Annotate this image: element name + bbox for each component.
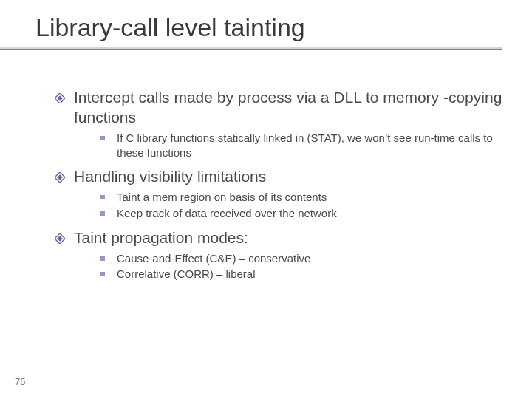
slide: Library-call level tainting Intercept ca… (0, 0, 532, 399)
list-item-text: Correlative (CORR) – liberal (117, 267, 502, 282)
list-item: If C library functions statically linked… (100, 131, 502, 160)
list-item-text: If C library functions statically linked… (117, 131, 502, 160)
sub-list: If C library functions statically linked… (100, 131, 502, 160)
list-item-text: Cause-and-Effect (C&E) – conservative (117, 251, 502, 266)
list-item: Intercept calls made by process via a DL… (55, 88, 502, 128)
square-bullet-icon (100, 136, 105, 140)
title-region: Library-call level tainting (0, 0, 532, 48)
list-item: Taint a mem region on basis of its conte… (100, 190, 502, 205)
list-item-text: Keep track of data received over the net… (117, 206, 502, 221)
diamond-bullet-icon (55, 172, 65, 183)
slide-content: Intercept calls made by process via a DL… (0, 48, 532, 282)
list-item-text: Taint a mem region on basis of its conte… (117, 190, 502, 205)
list-item: Cause-and-Effect (C&E) – conservative (100, 251, 502, 266)
list-item: Taint propagation modes: (55, 228, 502, 248)
list-item-text: Intercept calls made by process via a DL… (74, 88, 502, 128)
list-item-text: Handling visibility limitations (74, 167, 502, 187)
square-bullet-icon (100, 256, 105, 261)
square-bullet-icon (100, 272, 105, 276)
slide-title: Library-call level tainting (35, 13, 532, 42)
list-item: Handling visibility limitations (55, 167, 502, 187)
diamond-bullet-icon (55, 233, 65, 244)
sub-list: Cause-and-Effect (C&E) – conservative Co… (100, 251, 502, 282)
title-underline-dark (0, 49, 502, 50)
page-number: 75 (15, 376, 25, 387)
list-item: Keep track of data received over the net… (100, 206, 502, 221)
sub-list: Taint a mem region on basis of its conte… (100, 190, 502, 221)
list-item: Correlative (CORR) – liberal (100, 267, 502, 282)
list-item-text: Taint propagation modes: (74, 228, 502, 248)
square-bullet-icon (100, 195, 105, 200)
square-bullet-icon (100, 211, 105, 216)
diamond-bullet-icon (55, 93, 65, 103)
